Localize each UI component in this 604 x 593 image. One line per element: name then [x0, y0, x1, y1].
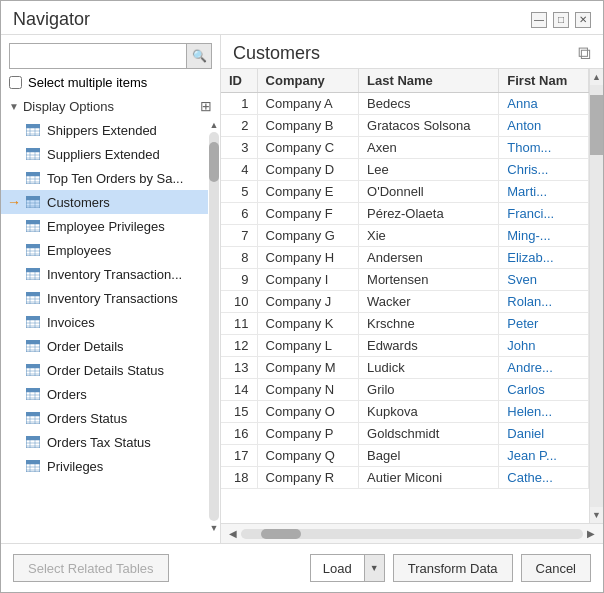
h-scroll-thumb	[261, 529, 301, 539]
table-icon	[25, 170, 41, 186]
window-controls: — □ ✕	[531, 12, 591, 28]
select-multiple-checkbox[interactable]	[9, 76, 22, 89]
cell-first-name: Rolan...	[499, 291, 589, 313]
nav-item-inventory-transaction[interactable]: Inventory Transaction...	[1, 262, 208, 286]
svg-rect-64	[26, 340, 40, 344]
cell-last-name: Krschne	[359, 313, 499, 335]
cell-company: Company F	[257, 203, 358, 225]
svg-rect-43	[26, 268, 40, 272]
nav-item-order-details-status[interactable]: Order Details Status	[1, 358, 208, 382]
cell-company: Company I	[257, 269, 358, 291]
column-header: First Nam	[499, 69, 589, 93]
right-v-scrollbar[interactable]: ▲ ▼	[589, 69, 603, 523]
table-row[interactable]: 3Company CAxenThom...	[221, 137, 589, 159]
svg-rect-92	[26, 436, 40, 440]
right-scroll-up[interactable]: ▲	[590, 69, 603, 85]
table-row[interactable]: 18Company RAutier MiconiCathe...	[221, 467, 589, 489]
cell-first-name: Andre...	[499, 357, 589, 379]
nav-item-suppliers-extended[interactable]: Suppliers Extended	[1, 142, 208, 166]
nav-item-customers[interactable]: → Customers	[1, 190, 208, 214]
minimize-button[interactable]: —	[531, 12, 547, 28]
maximize-button[interactable]: □	[553, 12, 569, 28]
cell-id: 13	[221, 357, 257, 379]
load-dropdown-arrow[interactable]: ▼	[364, 555, 384, 581]
table-icon	[25, 338, 41, 354]
table-row[interactable]: 11Company KKrschnePeter	[221, 313, 589, 335]
nav-scrollbar[interactable]: ▲ ▼	[208, 118, 220, 535]
nav-item-orders-status[interactable]: Orders Status	[1, 406, 208, 430]
nav-item-label: Employee Privileges	[47, 219, 165, 234]
table-icon	[25, 146, 41, 162]
table-row[interactable]: 16Company PGoldschmidtDaniel	[221, 423, 589, 445]
close-button[interactable]: ✕	[575, 12, 591, 28]
table-container[interactable]: IDCompanyLast NameFirst Nam1Company ABed…	[221, 69, 589, 523]
table-icon	[25, 386, 41, 402]
nav-item-orders[interactable]: Orders	[1, 382, 208, 406]
table-row[interactable]: 2Company BGratacos SolsonaAnton	[221, 115, 589, 137]
navigator-dialog: Navigator — □ ✕ 🔍 Select multiple items …	[0, 0, 604, 593]
nav-item-orders-tax-status[interactable]: Orders Tax Status	[1, 430, 208, 454]
cell-company: Company M	[257, 357, 358, 379]
cell-company: Company A	[257, 93, 358, 115]
nav-item-order-details[interactable]: Order Details	[1, 334, 208, 358]
section-icon-button[interactable]: ⊞	[200, 98, 212, 114]
table-row[interactable]: 1Company ABedecsAnna	[221, 93, 589, 115]
transform-data-button[interactable]: Transform Data	[393, 554, 513, 582]
table-icon	[25, 218, 41, 234]
nav-item-inventory-transactions[interactable]: Inventory Transactions	[1, 286, 208, 310]
select-related-button[interactable]: Select Related Tables	[13, 554, 169, 582]
table-row[interactable]: 15Company OKupkovaHelen...	[221, 401, 589, 423]
h-scroll-left[interactable]: ◀	[225, 526, 241, 542]
cancel-button[interactable]: Cancel	[521, 554, 591, 582]
nav-item-employees[interactable]: Employees	[1, 238, 208, 262]
svg-rect-50	[26, 292, 40, 296]
nav-item-privileges[interactable]: Privileges	[1, 454, 208, 478]
export-icon[interactable]: ⧉	[578, 43, 591, 64]
table-row[interactable]: 6Company FPérez-OlaetaFranci...	[221, 203, 589, 225]
cell-first-name: Anna	[499, 93, 589, 115]
table-row[interactable]: 13Company MLudickAndre...	[221, 357, 589, 379]
cell-first-name: Marti...	[499, 181, 589, 203]
footer-left: Select Related Tables	[13, 554, 169, 582]
nav-item-label: Orders	[47, 387, 87, 402]
display-options-header: ▼ Display Options ⊞	[1, 96, 220, 118]
v-scroll-track	[209, 132, 219, 521]
table-row[interactable]: 4Company DLeeChris...	[221, 159, 589, 181]
cell-first-name: Jean P...	[499, 445, 589, 467]
table-row[interactable]: 17Company QBagelJean P...	[221, 445, 589, 467]
table-row[interactable]: 10Company JWackerRolan...	[221, 291, 589, 313]
cell-last-name: Axen	[359, 137, 499, 159]
table-row[interactable]: 14Company NGriloCarlos	[221, 379, 589, 401]
content-area: 🔍 Select multiple items ▼ Display Option…	[1, 35, 603, 543]
display-options-label: Display Options	[23, 99, 114, 114]
cell-id: 7	[221, 225, 257, 247]
table-row[interactable]: 7Company GXieMing-...	[221, 225, 589, 247]
cell-first-name: Ming-...	[499, 225, 589, 247]
cell-company: Company E	[257, 181, 358, 203]
table-row[interactable]: 12Company LEdwardsJohn	[221, 335, 589, 357]
left-panel: 🔍 Select multiple items ▼ Display Option…	[1, 35, 221, 543]
cell-company: Company G	[257, 225, 358, 247]
cell-last-name: Gratacos Solsona	[359, 115, 499, 137]
right-scroll-down[interactable]: ▼	[590, 507, 603, 523]
h-scroll-right[interactable]: ▶	[583, 526, 599, 542]
svg-rect-22	[26, 196, 40, 200]
table-row[interactable]: 8Company HAndersenElizab...	[221, 247, 589, 269]
nav-item-top-ten-orders[interactable]: Top Ten Orders by Sa...	[1, 166, 208, 190]
dialog-title: Navigator	[13, 9, 90, 30]
scroll-down-arrow[interactable]: ▼	[210, 523, 219, 533]
nav-item-shippers-extended[interactable]: Shippers Extended	[1, 118, 208, 142]
search-button[interactable]: 🔍	[186, 44, 211, 68]
svg-rect-1	[26, 124, 40, 128]
search-input[interactable]	[10, 44, 186, 68]
load-button[interactable]: Load	[311, 555, 364, 581]
cell-first-name: Elizab...	[499, 247, 589, 269]
nav-item-employee-privileges[interactable]: Employee Privileges	[1, 214, 208, 238]
nav-list-wrapper: Shippers Extended Suppliers Extended Top…	[1, 118, 208, 535]
cell-id: 9	[221, 269, 257, 291]
scroll-up-arrow[interactable]: ▲	[210, 120, 219, 130]
table-row[interactable]: 5Company EO'DonnellMarti...	[221, 181, 589, 203]
nav-item-invoices[interactable]: Invoices	[1, 310, 208, 334]
load-button-group: Load ▼	[310, 554, 385, 582]
table-row[interactable]: 9Company IMortensenSven	[221, 269, 589, 291]
